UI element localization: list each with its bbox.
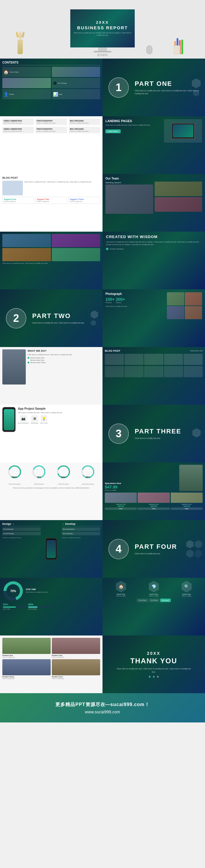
hero-label: 星鸟图库 xyxy=(97,53,108,57)
contents-title: CONTENTS xyxy=(2,61,100,65)
slide-created-wisdom-left: Click here to modify the text. Click her… xyxy=(0,231,102,289)
specimen-item-3: Specimen One $44.99 Order xyxy=(171,493,203,510)
hero-title: BUSINESS REPORT xyxy=(77,25,128,30)
product-two: Product Two Click to modify text xyxy=(52,638,100,658)
hero-mouse xyxy=(146,45,152,54)
plan-free: Free Plan xyxy=(137,598,148,602)
part-two-desc: Click here to modify the text. Click her… xyxy=(32,321,85,324)
video-item-6: BIO-ORGANIC Click to modify text here xyxy=(69,127,100,133)
photo-grid-4 xyxy=(185,306,202,319)
slide-photograph: Photograph 100+ Projects 200+ Clients Cl… xyxy=(102,289,205,347)
part-two-number: 2 xyxy=(6,308,26,329)
part-four-title: PART FOUR xyxy=(135,543,177,551)
slide-video-list: VIDEO ANIMATION Click to modify text her… xyxy=(0,116,102,174)
stat-circle-4: 85% Adobe After Effects xyxy=(81,465,95,485)
slide-big-stats: 70% STAT ONE Click here to modify the te… xyxy=(0,578,102,636)
slide-part-three: 3 PART THREE Click here to modify the te… xyxy=(102,405,205,462)
part-one-info: PART ONE Click here to modify the text. … xyxy=(135,80,199,95)
product-one: Product One Click to modify text xyxy=(2,638,51,658)
contents-item-1: 🏠 Home Style xyxy=(2,67,51,77)
event-icon-1: 🏠 Event One Click to modify xyxy=(106,581,137,597)
blog2-thumb-4 xyxy=(164,354,183,365)
blog2-thumb-3 xyxy=(144,354,163,365)
wisdom-img-1 xyxy=(2,234,51,247)
specimen-item-2: Specimen One $39.99 Order xyxy=(138,493,170,510)
blog-image-1 xyxy=(2,181,23,195)
slide-thank-you: 20XX THANK YOU Click here to modify the … xyxy=(102,636,205,693)
slide-created-wisdom: CREATED WITH WISDOM Click here to modify… xyxy=(102,231,205,289)
blog2-thumb-2 xyxy=(124,354,144,365)
video-item-5: PHOTOGRAPHY Click to modify text here xyxy=(35,127,67,133)
part-three-desc: Click here to modify the text. xyxy=(135,437,181,440)
slide-part-two: 2 PART TWO Click here to modify the text… xyxy=(0,289,102,347)
green-banner: 更多精品PPT资源尽在—sucai999.com！ www.sucai999.c… xyxy=(0,693,205,722)
event-icon-2: 💎 Event One Click to modify xyxy=(138,581,169,597)
blog2-title: BLOG POST xyxy=(105,349,120,352)
app-icon-2: ⊞ WINDOWS xyxy=(31,415,38,424)
monitor-screen: 20XX BUSINESS REPORT Click here to modif… xyxy=(70,9,135,48)
what-we-do-photo xyxy=(2,349,26,384)
part-three-title: PART THREE xyxy=(135,428,181,435)
develop-title: → Develop xyxy=(62,522,100,526)
hero-vase xyxy=(16,32,24,54)
banner-url: www.sucai999.com xyxy=(85,710,120,714)
specimen-main-photo xyxy=(179,465,203,491)
photo-grid-2 xyxy=(185,292,202,305)
part-four-number: 4 xyxy=(108,539,129,559)
app-phone xyxy=(2,407,16,432)
blog-title: BLOG POST xyxy=(2,176,100,179)
blog2-thumb-1 xyxy=(105,354,124,365)
wisdom-img-2 xyxy=(52,234,100,247)
team-photo-2 xyxy=(155,182,202,196)
landing-cta[interactable]: Learn More xyxy=(106,129,121,133)
plan-pro: Pro Plan xyxy=(149,598,159,602)
app-icon-1: 📷 PHOTOGRAPHY xyxy=(18,415,29,424)
contents-item-6: 📊 Stats xyxy=(52,89,100,99)
design-step-2: UI-UX Design xyxy=(2,532,41,535)
part-four-info: PART FOUR Click here to modify the text. xyxy=(135,543,177,555)
support-two: Support Two Click to modify text xyxy=(35,197,67,204)
photo-grid-3 xyxy=(167,306,184,319)
slide-blog-post-2: BLOG POST PREVIOUS 235 xyxy=(102,347,205,405)
part-one-title: PART ONE xyxy=(135,80,199,88)
app-icon-3: 💡 SOLUTION xyxy=(40,415,48,424)
hero-subtitle: Click here to modify the text, double-cl… xyxy=(70,32,135,37)
blog2-previous: PREVIOUS 235 xyxy=(190,350,203,352)
slide-nature-photos: Product One Click to modify text Product… xyxy=(0,636,102,693)
part-two-info: PART TWO Click here to modify the text. … xyxy=(32,312,85,324)
part-three-number: 3 xyxy=(108,424,129,444)
plan-premium: Premium xyxy=(160,598,171,602)
thank-you-desc: Click here to modify the text. Click her… xyxy=(116,668,192,674)
video-item-2: PHOTOGRAPHY Click to modify text here xyxy=(35,119,67,125)
stat-circle-2: 75% Global Solution xyxy=(32,465,46,485)
blog2-thumb-6 xyxy=(105,366,124,377)
event-icon-3: 🔍 Event One Click to modify xyxy=(171,581,202,597)
contents-item-4: ♻ Eco Design xyxy=(52,78,100,88)
thank-you-title: THANK YOU xyxy=(130,657,177,665)
created-wisdom-title: CREATED WITH WISDOM xyxy=(106,235,202,239)
photo-grid-1 xyxy=(167,292,184,305)
stat-circle-1: 80% Adobe Photoshop xyxy=(8,465,22,485)
slide-design-develop: Design → Pre-Estimate UI-UX Design Click… xyxy=(0,520,102,578)
slides-grid: CONTENTS 🏠 Home Style ♻ Eco Design xyxy=(0,59,205,693)
blog2-thumb-8 xyxy=(144,366,163,377)
our-team-title: Our Team xyxy=(106,177,202,180)
blog2-thumb-9 xyxy=(164,366,183,377)
photograph-title: Photograph xyxy=(106,292,165,296)
develop-step-2: Dev-Develop xyxy=(62,532,100,535)
created-wisdom-desc: Click here to modify the text. Double-cl… xyxy=(106,241,202,246)
slide-app-project: App Project Sample Click here to modify … xyxy=(0,405,102,462)
hero-monitor: 20XX BUSINESS REPORT Click here to modif… xyxy=(70,9,135,53)
contents-item-3 xyxy=(2,78,51,88)
part-one-desc: Click here to modify the text. Click her… xyxy=(135,89,199,95)
slide-our-team: Our Team Standing Speech xyxy=(102,174,205,231)
slide-event-icons: 🏠 Event One Click to modify 💎 Event One … xyxy=(102,578,205,636)
app-title: App Project Sample xyxy=(18,407,100,410)
slide-what-we-do: WHAT WE DO? Click here to modify the tex… xyxy=(0,347,102,405)
part-one-number: 1 xyxy=(108,77,129,98)
hero-pencils xyxy=(174,38,183,54)
design-step-1: Pre-Estimate xyxy=(2,527,41,531)
support-one: Support One Click to modify text xyxy=(2,197,34,204)
part-two-title: PART TWO xyxy=(32,312,85,320)
part-three-info: PART THREE Click here to modify the text… xyxy=(135,428,181,440)
